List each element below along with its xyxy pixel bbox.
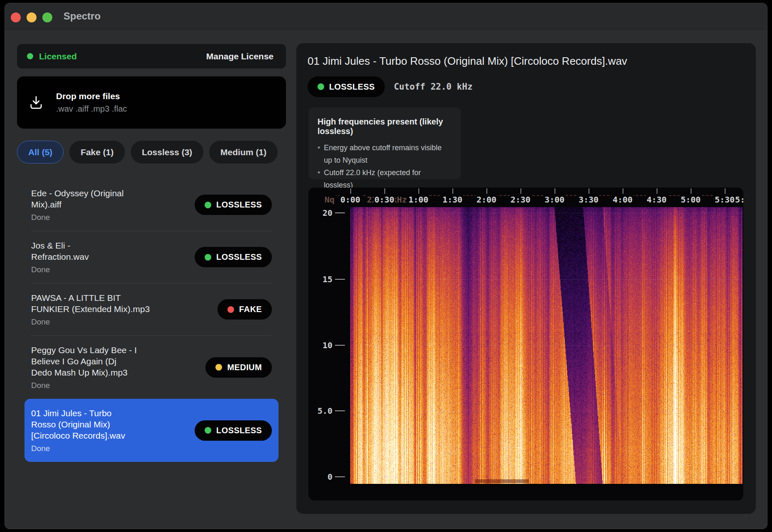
freq-axis-label: 5.0 bbox=[318, 406, 332, 416]
manage-license-button[interactable]: Manage License bbox=[204, 51, 276, 62]
time-axis-tick bbox=[520, 188, 521, 194]
time-axis-tick bbox=[486, 188, 487, 194]
time-axis-tick bbox=[725, 188, 726, 194]
file-status: Done bbox=[31, 444, 174, 453]
verdict-dot bbox=[227, 306, 234, 313]
freq-axis-tick bbox=[335, 476, 345, 477]
time-axis-label: 5: bbox=[734, 195, 743, 205]
freq-axis-row: 0 bbox=[308, 471, 345, 482]
verdict-badge: LOSSLESS bbox=[195, 420, 272, 441]
detail-panel: 01 Jimi Jules - Turbo Rosso (Original Mi… bbox=[296, 43, 756, 514]
drop-zone[interactable]: Drop more files .wav .aiff .mp3 .flac bbox=[17, 76, 286, 129]
page: { "app": { "title": "Spectro" }, "licens… bbox=[0, 0, 772, 532]
analysis-bullet: •Energy above cutoff remains visible up … bbox=[318, 142, 452, 166]
time-axis-label: 4:30 bbox=[646, 195, 667, 205]
drop-zone-formats: .wav .aiff .mp3 .flac bbox=[56, 104, 127, 114]
verdict-label: MEDIUM bbox=[227, 363, 262, 372]
freq-axis-row: 10 bbox=[308, 340, 345, 351]
minimize-button[interactable] bbox=[27, 12, 37, 22]
spectrogram-canvas bbox=[350, 207, 743, 484]
freq-axis-tick bbox=[335, 410, 345, 411]
freq-axis-row: 5.0 bbox=[308, 405, 345, 416]
nyquist-label: Nq bbox=[323, 195, 336, 205]
time-axis-tick bbox=[452, 188, 453, 194]
freq-axis-label: 0 bbox=[327, 472, 332, 482]
titlebar: Spectro bbox=[5, 3, 767, 29]
verdict-label: LOSSLESS bbox=[216, 252, 262, 262]
verdict-dot bbox=[205, 202, 211, 208]
file-status: Done bbox=[31, 317, 174, 327]
time-axis-tick bbox=[589, 188, 589, 194]
verdict-label: FAKE bbox=[239, 305, 262, 314]
time-axis-tick bbox=[623, 188, 623, 194]
verdict-badge: FAKE bbox=[217, 299, 272, 320]
download-icon bbox=[29, 95, 44, 110]
freq-axis-label: 10 bbox=[322, 340, 332, 350]
maximize-button[interactable] bbox=[42, 12, 52, 22]
verdict-label: LOSSLESS bbox=[329, 82, 375, 92]
verdict-dot bbox=[215, 364, 222, 371]
verdict-dot bbox=[205, 427, 211, 434]
verdict-badge: MEDIUM bbox=[205, 357, 272, 378]
filter-tab-fake[interactable]: Fake (1) bbox=[69, 141, 125, 164]
time-axis-tick bbox=[691, 188, 691, 194]
file-status: Done bbox=[31, 265, 174, 274]
time-axis-label: 2:30 bbox=[510, 195, 531, 205]
verdict-label: LOSSLESS bbox=[216, 426, 262, 435]
freq-axis-label: 20 bbox=[322, 208, 332, 218]
freq-axis-tick bbox=[335, 345, 345, 346]
filter-tabs: All (5)Fake (1)Lossless (3)Medium (1) bbox=[17, 141, 278, 164]
time-axis-label: 5:30 bbox=[714, 195, 735, 205]
freq-axis-label: 15 bbox=[322, 274, 332, 284]
app-window: Spectro Licensed Manage License Drop mor… bbox=[5, 3, 767, 529]
filter-tab-medium[interactable]: Medium (1) bbox=[209, 141, 278, 164]
file-item[interactable]: PAWSA - A LITTLE BIT FUNKIER (Extended M… bbox=[24, 283, 279, 335]
filter-tab-lossless[interactable]: Lossless (3) bbox=[131, 141, 203, 164]
file-item[interactable]: Ede - Odyssey (Original Mix).aiff Done L… bbox=[24, 179, 279, 231]
file-status: Done bbox=[31, 381, 174, 390]
verdict-label: LOSSLESS bbox=[216, 200, 262, 210]
license-bar: Licensed Manage License bbox=[17, 44, 286, 68]
verdict-dot bbox=[205, 254, 211, 261]
time-axis-tick bbox=[555, 188, 555, 194]
license-status: Licensed bbox=[39, 51, 77, 61]
time-axis-tick bbox=[418, 188, 419, 194]
freq-axis-tick bbox=[335, 212, 345, 213]
analysis-title: High frequencies present (likely lossles… bbox=[318, 117, 452, 136]
verdict-badge: LOSSLESS bbox=[195, 195, 272, 215]
time-axis-label: 2:00 bbox=[476, 195, 497, 205]
file-name: Ede - Odyssey (Original Mix).aiff bbox=[31, 188, 174, 210]
license-status-dot bbox=[27, 53, 33, 59]
spectrogram-panel: Nq 22.0 kHz 0:000:301:001:302:002:303:00… bbox=[308, 188, 743, 500]
verdict-badge: LOSSLESS bbox=[195, 247, 272, 267]
app-title: Spectro bbox=[64, 3, 100, 29]
verdict-dot bbox=[318, 83, 324, 90]
freq-axis-tick bbox=[335, 279, 345, 280]
detail-verdict-badge: LOSSLESS bbox=[308, 76, 385, 97]
freq-axis-row: 15 bbox=[308, 274, 345, 285]
file-item[interactable]: Jos & Eli - Refraction.wav Done LOSSLESS bbox=[24, 231, 279, 283]
time-axis-label: 1:00 bbox=[408, 195, 429, 205]
freq-axis-row: 20 bbox=[308, 207, 345, 218]
time-axis-label: 0:30 bbox=[374, 195, 395, 205]
file-item[interactable]: Peggy Gou Vs Lady Bee - I Believe I Go A… bbox=[24, 336, 279, 399]
time-axis-label: 0:00 bbox=[340, 195, 361, 205]
file-name: PAWSA - A LITTLE BIT FUNKIER (Extended M… bbox=[31, 292, 174, 315]
time-axis-tick bbox=[350, 188, 351, 194]
time-axis-label: 5:00 bbox=[680, 195, 701, 205]
drop-zone-title: Drop more files bbox=[56, 91, 127, 101]
time-axis-label: 4:00 bbox=[612, 195, 633, 205]
time-axis-tick bbox=[657, 188, 657, 194]
close-button[interactable] bbox=[11, 12, 21, 22]
analysis-box: High frequencies present (likely lossles… bbox=[308, 107, 461, 179]
file-item[interactable]: 01 Jimi Jules - Turbo Rosso (Original Mi… bbox=[24, 399, 279, 462]
file-name: Jos & Eli - Refraction.wav bbox=[31, 240, 174, 262]
detail-verdict-row: LOSSLESS Cutoff 22.0 kHz bbox=[308, 76, 756, 97]
time-axis-label: 3:30 bbox=[578, 195, 599, 205]
filter-tab-all[interactable]: All (5) bbox=[17, 141, 64, 164]
time-axis-tick bbox=[384, 188, 385, 194]
sidebar: Licensed Manage License Drop more files … bbox=[17, 29, 286, 529]
time-axis-label: 3:00 bbox=[544, 195, 565, 205]
detail-title: 01 Jimi Jules - Turbo Rosso (Original Mi… bbox=[308, 55, 745, 68]
file-name: Peggy Gou Vs Lady Bee - I Believe I Go A… bbox=[31, 344, 174, 378]
